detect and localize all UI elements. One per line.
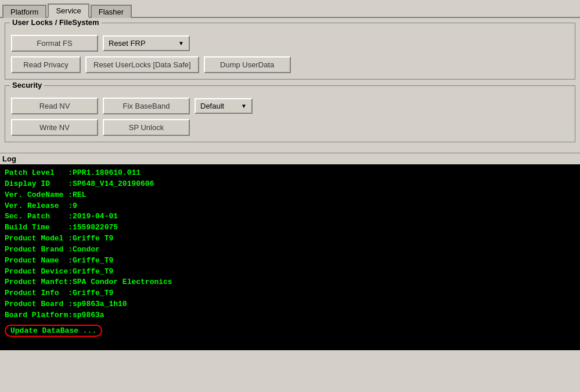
userlock-row1: Format FS Reset FRP ▼ xyxy=(11,35,569,52)
log-line: Ver. CodeName :REL xyxy=(5,190,575,201)
user-locks-group: User Locks / FileSystem Format FS Reset … xyxy=(5,23,575,80)
main-content: User Locks / FileSystem Format FS Reset … xyxy=(0,18,580,153)
tab-platform[interactable]: Platform xyxy=(2,5,46,18)
userlock-row2: Read Privacy Reset UserLocks [Data Safe]… xyxy=(11,56,569,73)
log-line: Sec. Patch :2019-04-01 xyxy=(5,211,575,222)
log-line: Product Name :Griffe_T9 xyxy=(5,256,575,267)
default-dropdown[interactable]: Default ▼ xyxy=(194,98,253,114)
fix-baseband-button[interactable]: Fix BaseBand xyxy=(103,98,190,114)
sp-unlock-button[interactable]: SP Unlock xyxy=(103,119,190,136)
tab-flasher[interactable]: Flasher xyxy=(91,5,132,18)
log-line: Product Brand :Condor xyxy=(5,244,575,256)
write-nv-button[interactable]: Write NV xyxy=(11,119,98,136)
log-line: Display ID :SP648_V14_20190606 xyxy=(5,179,575,190)
log-area: Patch Level :PPR1.180610.011Display ID :… xyxy=(0,164,580,350)
user-locks-title: User Locks / FileSystem xyxy=(10,18,102,27)
log-line: Product Board :sp9863a_1h10 xyxy=(5,299,575,310)
dropdown-arrow-icon: ▼ xyxy=(178,40,184,46)
default-dropdown-arrow-icon: ▼ xyxy=(241,103,247,109)
reset-frp-dropdown[interactable]: Reset FRP ▼ xyxy=(103,35,190,51)
dump-userdata-button[interactable]: Dump UserData xyxy=(204,56,291,73)
log-line: Product Device:Griffe_T9 xyxy=(5,267,575,278)
log-line: Product Info :Griffe_T9 xyxy=(5,288,575,299)
read-nv-button[interactable]: Read NV xyxy=(11,98,98,114)
log-line: Patch Level :PPR1.180610.011 xyxy=(5,168,575,179)
log-line: Product Model :Griffe T9 xyxy=(5,233,575,244)
security-title: Security xyxy=(10,81,44,89)
tab-service[interactable]: Service xyxy=(48,3,89,18)
read-privacy-button[interactable]: Read Privacy xyxy=(11,56,81,73)
log-line: Product Manfct:SPA Condor Electronics xyxy=(5,277,575,288)
tab-bar: Platform Service Flasher xyxy=(0,0,580,18)
log-line: Board Platform:sp9863a xyxy=(5,310,575,321)
log-title: Log xyxy=(0,153,580,164)
reset-frp-label: Reset FRP xyxy=(109,39,146,48)
security-row2: Write NV SP Unlock xyxy=(11,119,569,136)
security-group: Security Read NV Fix BaseBand Default ▼ … xyxy=(5,85,575,142)
reset-userlocks-button[interactable]: Reset UserLocks [Data Safe] xyxy=(85,56,199,73)
log-line: Ver. Release :9 xyxy=(5,201,575,212)
log-line: Build Time :1559822075 xyxy=(5,222,575,233)
default-label: Default xyxy=(200,102,224,110)
update-database-button[interactable]: Update DataBase ... xyxy=(5,325,102,337)
log-lines-container: Patch Level :PPR1.180610.011Display ID :… xyxy=(5,168,575,321)
security-row1: Read NV Fix BaseBand Default ▼ xyxy=(11,98,569,114)
format-fs-button[interactable]: Format FS xyxy=(11,35,98,52)
